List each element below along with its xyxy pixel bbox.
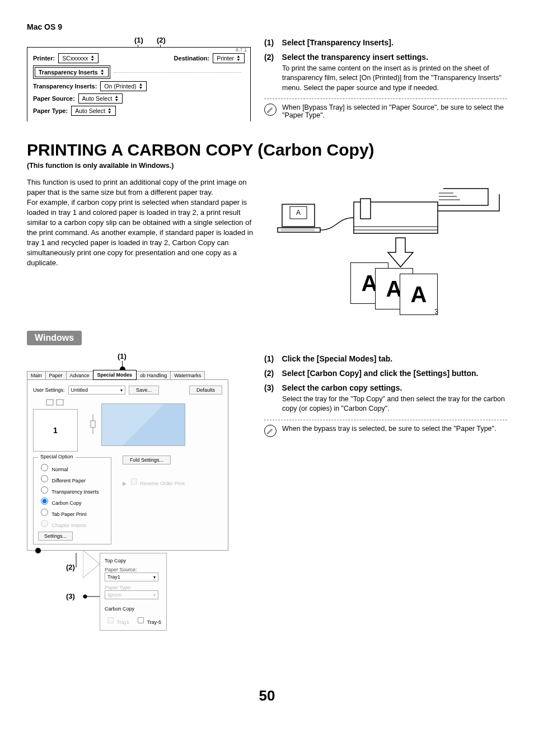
panel-menu-select[interactable]: Transparency Inserts ▲▼ <box>35 67 109 77</box>
win-step-1-title: Click the [Special Modes] tab. <box>282 354 393 363</box>
radio-tab-paper[interactable]: Tab Paper Print <box>38 507 106 517</box>
availability-note: (This function is only available in Wind… <box>27 162 507 170</box>
select-arrows-icon: ▲▼ <box>90 55 95 62</box>
win-step-2-number: (2) <box>264 369 274 378</box>
source-label: Paper Source: <box>33 95 75 102</box>
win-note-row: When the bypass tray is selected, be sur… <box>264 425 507 437</box>
link-icon <box>89 413 97 437</box>
user-settings-label: User Settings: <box>33 387 65 393</box>
defaults-button[interactable]: Defaults <box>189 386 222 395</box>
step-2-body: To print the same content on the insert … <box>264 64 507 93</box>
tab-paper[interactable]: Paper <box>45 371 67 379</box>
tabs: Main Paper Advance Special Modes ob Hand… <box>27 368 228 380</box>
tab-advanced[interactable]: Advance <box>66 371 93 379</box>
windows-heading: Windows <box>27 331 82 345</box>
win-note-text: When the bypass tray is selected, be sur… <box>282 425 496 433</box>
fold-settings-button[interactable]: Fold Settings... <box>123 456 171 464</box>
reverse-checkbox <box>130 478 137 485</box>
dotted-line <box>114 72 241 73</box>
pencil-icon <box>264 104 277 116</box>
radio-transparency[interactable]: Transparency Inserts <box>38 485 106 495</box>
special-option-group: Special Option Normal Different Paper Tr… <box>33 457 111 544</box>
note-text: When [Bypass Tray] is selected in "Paper… <box>282 104 507 119</box>
printer-label: Printer: <box>33 55 55 62</box>
svg-rect-13 <box>91 421 95 428</box>
radio-different-paper[interactable]: Different Paper <box>38 473 106 483</box>
output-stack: A1 A2 A3 <box>357 262 431 304</box>
printer-select[interactable]: SCxxxxxx ▲▼ <box>58 53 99 63</box>
win-step-2-title: Select [Carbon Copy] and click the [Sett… <box>282 369 479 378</box>
svg-rect-10 <box>46 400 53 405</box>
mac-version-mark: 8.7.1 <box>236 47 247 53</box>
panel-menu-select-container: Transparency Inserts ▲▼ <box>33 65 110 79</box>
type-select[interactable]: Auto Select ▲▼ <box>71 106 116 116</box>
output-preview <box>101 403 185 446</box>
svg-rect-11 <box>57 400 63 405</box>
carbon-copy-group-label: Carbon Copy <box>105 606 162 612</box>
radio-carbon-copy[interactable]: Carbon Copy <box>38 496 106 506</box>
destination-label: Destination: <box>174 55 210 62</box>
reverse-icon: ▶ <box>123 481 127 486</box>
tray5-checkbox[interactable] <box>138 617 144 623</box>
paper-source-label: Paper Source: <box>105 567 162 572</box>
svg-rect-3 <box>278 228 320 232</box>
win-callout-2: (2) <box>66 563 75 571</box>
dashed-separator <box>264 98 507 99</box>
inserts-select[interactable]: On (Printed) ▲▼ <box>100 81 147 91</box>
chevron-down-icon: ▾ <box>120 388 123 393</box>
dashed-separator <box>264 420 507 420</box>
destination-select[interactable]: Printer ▲▼ <box>213 53 245 63</box>
svg-rect-9 <box>360 199 371 219</box>
type-label: Paper Type: <box>33 107 68 114</box>
step-1-title: Select [Transparency Inserts]. <box>282 38 394 47</box>
reverse-label: Reverse Order Print <box>140 481 185 486</box>
select-arrows-icon: ▲▼ <box>114 95 119 102</box>
select-arrows-icon: ▲▼ <box>100 69 105 76</box>
save-button[interactable]: Save... <box>129 386 159 395</box>
pencil-icon <box>264 425 277 437</box>
paper-type-combo: Ignore ▾ <box>105 590 158 599</box>
paper-type-label: Paper Type: <box>105 585 162 590</box>
tab-job-handling[interactable]: ob Handling <box>136 371 171 379</box>
radio-chapter[interactable]: Chapter Inserts <box>38 518 106 528</box>
chevron-down-icon: ▾ <box>153 575 156 580</box>
select-arrows-icon: ▲▼ <box>139 83 143 90</box>
tab-special-modes[interactable]: Special Modes <box>93 370 137 380</box>
step-1-number: (1) <box>264 38 274 47</box>
tab-watermarks[interactable]: Watermarks <box>170 371 205 379</box>
mac-print-panel: 8.7.1 Printer: SCxxxxxx ▲▼ Destination: … <box>27 47 251 121</box>
group-title: Special Option <box>38 454 76 459</box>
paper-source-combo[interactable]: Tray1 ▾ <box>105 572 158 581</box>
note-row: When [Bypass Tray] is selected in "Paper… <box>264 104 507 119</box>
svg-point-17 <box>83 595 87 599</box>
step-2-title: Select the transparency insert settings. <box>282 53 428 62</box>
step-2-number: (2) <box>264 53 274 62</box>
user-settings-combo[interactable]: Untitled ▾ <box>68 386 126 395</box>
mac-callout-1: (1) <box>134 36 143 44</box>
carbon-copy-description: This function is used to print an additi… <box>27 177 262 267</box>
carbon-copy-diagram: A A1 A2 A3 <box>275 177 516 316</box>
mac-callout-2: (2) <box>157 36 166 44</box>
win-step-3-title: Select the carbon copy settings. <box>282 383 402 392</box>
svg-marker-18 <box>83 550 100 578</box>
page-preview: 1 <box>33 409 78 452</box>
settings-button[interactable]: Settings... <box>38 532 73 541</box>
select-arrows-icon: ▲▼ <box>107 107 112 114</box>
win-step-1-number: (1) <box>264 354 274 363</box>
source-select[interactable]: Auto Select ▲▼ <box>78 93 123 104</box>
top-copy-label: Top Copy <box>105 558 162 564</box>
win-step-3-number: (3) <box>264 383 274 392</box>
win-step-3-body: Select the tray for the "Top Copy" and t… <box>264 395 507 414</box>
chevron-down-icon: ▾ <box>153 593 156 598</box>
mac-os-heading: Mac OS 9 <box>27 22 507 31</box>
page-title: PRINTING A CARBON COPY (Carbon Copy) <box>27 140 507 159</box>
tray1-checkbox <box>107 617 114 623</box>
printer-driver-panel: Main Paper Advance Special Modes ob Hand… <box>27 368 228 551</box>
tab-main[interactable]: Main <box>27 371 46 379</box>
win-callout-3: (3) <box>66 592 75 600</box>
radio-normal[interactable]: Normal <box>38 462 106 472</box>
svg-text:A: A <box>296 209 301 217</box>
inserts-label: Transparency Inserts: <box>33 83 97 90</box>
win-callout-1: (1) <box>118 352 127 360</box>
carbon-copy-settings-popup: Top Copy Paper Source: Tray1 ▾ Paper Typ… <box>100 553 167 631</box>
